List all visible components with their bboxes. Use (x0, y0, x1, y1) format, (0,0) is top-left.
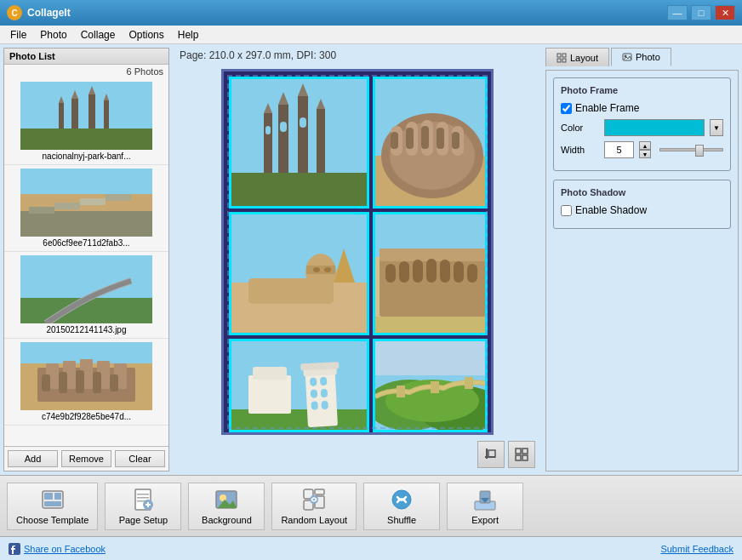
width-spinner: ▲ ▼ (639, 141, 651, 158)
svg-rect-42 (317, 109, 325, 173)
photo-frame-section: Photo Frame Enable Frame Color ▼ Width 5 (553, 77, 731, 171)
spin-up-button[interactable]: ▲ (639, 141, 651, 150)
submit-feedback-link[interactable]: Submit Feedback (660, 544, 733, 554)
photo-frame-title: Photo Frame (561, 85, 723, 95)
collage-photo-1[interactable] (229, 77, 369, 209)
collage-frame (221, 69, 494, 435)
close-button[interactable]: ✕ (715, 5, 735, 20)
menu-help[interactable]: Help (171, 27, 206, 43)
enable-shadow-checkbox[interactable] (561, 205, 572, 216)
list-item[interactable]: nacionalnyj-park-banf... (4, 78, 168, 165)
svg-rect-35 (231, 173, 369, 209)
svg-rect-10 (104, 100, 109, 129)
menu-options[interactable]: Options (122, 27, 170, 43)
svg-rect-44 (280, 122, 287, 132)
svg-rect-75 (413, 260, 423, 283)
window-controls: — □ ✕ (667, 5, 735, 20)
color-swatch[interactable] (604, 119, 705, 136)
share-facebook-link[interactable]: Share on Facebook (9, 543, 106, 555)
collage-photo-5[interactable] (229, 339, 369, 432)
width-label: Width (561, 145, 599, 155)
maximize-button[interactable]: □ (691, 5, 711, 20)
svg-rect-60 (452, 132, 459, 149)
enable-frame-label: Enable Frame (575, 102, 639, 114)
collage-photo-3[interactable] (229, 212, 369, 335)
svg-rect-58 (421, 126, 429, 149)
random-layout-button[interactable]: Random Layout (271, 483, 357, 530)
page-setup-icon (131, 488, 155, 511)
width-slider[interactable] (659, 148, 723, 151)
background-button[interactable]: Background (188, 483, 265, 530)
svg-rect-8 (59, 103, 64, 129)
right-tabs: Layout Photo (545, 48, 739, 66)
photo-count: 6 Photos (4, 65, 168, 78)
page-setup-button[interactable]: Page Setup (105, 483, 181, 530)
page-setup-label: Page Setup (119, 515, 168, 525)
photo-label: c74e9b2f928e5be47d... (8, 412, 165, 421)
page-info: Page: 210.0 x 297.0 mm, DPI: 300 (176, 48, 539, 63)
photo-label: 20150212141143.jpg (8, 325, 165, 334)
svg-rect-14 (20, 211, 152, 237)
width-input[interactable]: 5 (604, 141, 634, 158)
enable-frame-checkbox[interactable] (561, 103, 572, 114)
svg-rect-104 (488, 450, 495, 457)
svg-point-67 (313, 267, 320, 272)
list-item[interactable]: 6e06cf9ee711d2fab3... (4, 165, 168, 252)
clear-button[interactable]: Clear (115, 450, 165, 467)
app-icon: C (7, 5, 22, 20)
shuffle-icon (390, 488, 414, 511)
svg-rect-4 (71, 99, 78, 129)
crop-icon-button[interactable] (477, 441, 505, 468)
svg-rect-101 (465, 377, 473, 389)
collage-canvas (176, 66, 539, 437)
facebook-icon (9, 543, 20, 555)
svg-rect-33 (110, 374, 118, 391)
svg-rect-73 (385, 264, 396, 283)
export-button[interactable]: Export (447, 483, 523, 530)
collage-photo-4[interactable] (373, 212, 488, 335)
svg-rect-77 (440, 260, 450, 283)
svg-rect-109 (557, 54, 561, 57)
color-dropdown[interactable]: ▼ (710, 119, 723, 136)
title-bar: C Collagelt — □ ✕ (0, 0, 742, 26)
collage-photo-2[interactable] (373, 77, 488, 209)
list-item[interactable]: c74e9b2f928e5be47d... (4, 339, 168, 426)
svg-rect-107 (516, 455, 521, 460)
menu-photo[interactable]: Photo (33, 27, 73, 43)
grid-icon (514, 447, 529, 462)
svg-rect-38 (298, 96, 308, 173)
svg-rect-15 (29, 207, 54, 214)
svg-rect-32 (93, 372, 101, 393)
enable-shadow-label: Enable Shadow (575, 204, 647, 216)
svg-rect-84 (253, 367, 287, 380)
svg-rect-3 (20, 129, 152, 150)
svg-rect-79 (467, 264, 477, 283)
list-item[interactable]: 20150212141143.jpg (4, 252, 168, 339)
photo-list-scroll[interactable]: nacionalnyj-park-banf... 6e (4, 78, 168, 446)
canvas-bottom-icons (176, 437, 539, 471)
photo-shadow-title: Photo Shadow (561, 187, 723, 197)
svg-rect-74 (399, 261, 409, 283)
menu-collage[interactable]: Collage (74, 27, 123, 43)
svg-rect-45 (300, 117, 306, 128)
remove-button[interactable]: Remove (61, 450, 111, 467)
grid-icon-button[interactable] (508, 441, 535, 468)
add-button[interactable]: Add (8, 450, 58, 467)
spin-down-button[interactable]: ▼ (639, 150, 651, 158)
minimize-button[interactable]: — (667, 5, 688, 20)
main-area: Photo List 6 Photos (0, 44, 742, 475)
collage-photo-6[interactable] (373, 339, 488, 432)
svg-rect-80 (375, 317, 488, 335)
tab-photo[interactable]: Photo (611, 48, 671, 66)
photo-list-panel: Photo List 6 Photos (3, 48, 169, 471)
svg-rect-110 (562, 54, 566, 57)
shuffle-button[interactable]: Shuffle (363, 483, 440, 530)
svg-rect-117 (54, 493, 61, 500)
share-facebook-text[interactable]: Share on Facebook (24, 544, 106, 554)
color-row: Color ▼ (561, 119, 723, 136)
tab-layout[interactable]: Layout (545, 48, 609, 66)
choose-template-button[interactable]: Choose Template (7, 483, 98, 530)
crop-icon (483, 447, 499, 462)
svg-rect-6 (88, 94, 95, 129)
menu-file[interactable]: File (3, 27, 33, 43)
